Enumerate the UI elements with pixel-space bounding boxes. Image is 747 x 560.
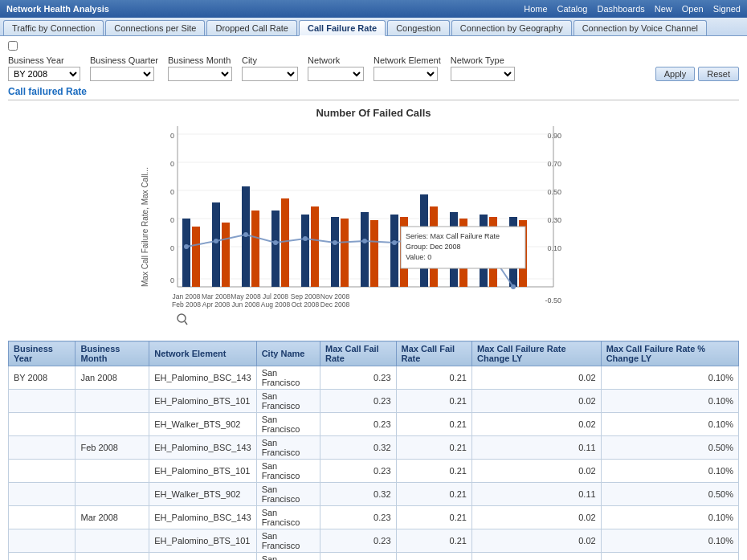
svg-rect-33 (361, 212, 369, 287)
col-header-max-call-failure-pct-change-ly: Max Call Failure Rate % Change LY (601, 341, 738, 366)
page-tabs: Traffic by Connection Connections per Si… (0, 18, 747, 36)
svg-text:Series: Max Call Failure Rate: Series: Max Call Failure Rate (406, 232, 500, 240)
svg-point-47 (243, 232, 248, 237)
svg-rect-26 (251, 211, 259, 287)
nav-home[interactable]: Home (524, 4, 547, 14)
svg-rect-29 (301, 215, 309, 287)
svg-text:0: 0 (170, 160, 174, 168)
table-row: Mar 2008EH_Palomino_BSC_143San Francisco… (9, 506, 739, 529)
svg-text:Group: Dec 2008: Group: Dec 2008 (406, 243, 461, 251)
svg-text:Jun 2008: Jun 2008 (232, 300, 260, 309)
chart-wrapper: Number Of Failed Calls Max Call Failure … (141, 107, 606, 333)
col-header-city-name: City Name (256, 341, 320, 366)
svg-text:Value: 0: Value: 0 (406, 253, 431, 261)
reset-button[interactable]: Reset (698, 67, 739, 81)
svg-rect-32 (341, 219, 349, 287)
nav-open[interactable]: Open (682, 4, 704, 14)
filter-network: Network (308, 55, 364, 81)
table-row: EH_Walker_BTS_902San Francisco0.230.210.… (9, 553, 739, 561)
svg-text:0: 0 (170, 276, 174, 284)
network-type-select[interactable] (451, 67, 515, 81)
tab-connection-by-voice-channel[interactable]: Connection by Voice Channel (574, 20, 707, 35)
business-year-label: Business Year (8, 55, 80, 65)
svg-text:Apr 2008: Apr 2008 (202, 300, 231, 309)
chart-title: Number Of Failed Calls (141, 107, 606, 119)
col-header-business-month: Business Month (76, 341, 149, 366)
tab-traffic-by-connection[interactable]: Traffic by Connection (3, 20, 104, 35)
network-element-select[interactable] (374, 67, 438, 81)
svg-text:Oct 2008: Oct 2008 (292, 300, 320, 309)
filters-row: Business Year BY 2008 Business Quarter B… (8, 55, 739, 81)
svg-text:Jan 2008: Jan 2008 (173, 292, 201, 300)
svg-text:Nov 2008: Nov 2008 (320, 292, 350, 300)
svg-point-69 (178, 314, 186, 322)
section-checkbox[interactable] (8, 41, 18, 51)
table-row: EH_Palomino_BTS_101San Francisco0.230.21… (9, 460, 739, 483)
svg-rect-24 (222, 223, 230, 287)
network-element-label: Network Element (374, 55, 441, 65)
tab-connection-by-geography[interactable]: Connection by Geography (451, 20, 572, 35)
chart-svg: 0.90 0.70 0.50 0.30 0.10 -0.50 0 0 0 0 0… (152, 122, 569, 331)
app-title: Network Health Analysis (6, 4, 109, 14)
svg-text:0.10: 0.10 (547, 244, 561, 252)
table-row: EH_Walker_BTS_902San Francisco0.320.210.… (9, 483, 739, 506)
filter-business-year: Business Year BY 2008 (8, 55, 80, 81)
col-header-max-call-failure-change-ly: Max Call Failure Rate Change LY (471, 341, 601, 366)
nav-new[interactable]: New (655, 4, 672, 14)
svg-text:Sep 2008: Sep 2008 (291, 292, 320, 300)
business-year-select[interactable]: BY 2008 (8, 67, 80, 81)
table-row: BY 2008Jan 2008EH_Palomino_BSC_143San Fr… (9, 366, 739, 390)
svg-text:-0.50: -0.50 (545, 296, 561, 305)
tab-connections-per-site[interactable]: Connections per Site (105, 20, 205, 35)
svg-rect-30 (311, 206, 319, 287)
chart-area: Max Call Failure Rate, Max Call... 0.90 … (141, 122, 606, 333)
svg-rect-35 (390, 215, 398, 287)
tab-dropped-call-rate[interactable]: Dropped Call Rate (206, 20, 297, 35)
chart-inner: 0.90 0.70 0.50 0.30 0.10 -0.50 0 0 0 0 0… (152, 122, 606, 333)
business-month-select[interactable] (168, 67, 232, 81)
svg-line-70 (185, 321, 187, 325)
svg-text:0: 0 (170, 216, 174, 224)
city-label: City (242, 55, 298, 65)
col-header-business-year: Business Year (9, 341, 76, 366)
svg-rect-22 (192, 227, 200, 287)
svg-text:May 2008: May 2008 (231, 292, 261, 300)
svg-rect-27 (271, 211, 280, 287)
data-table-container: Business Year Business Month Network Ele… (8, 341, 739, 560)
apply-button[interactable]: Apply (655, 67, 696, 81)
checkbox-row (8, 41, 739, 51)
section-title: Call failured Rate (8, 86, 739, 100)
svg-text:Mar 2008: Mar 2008 (202, 292, 231, 300)
filter-business-quarter: Business Quarter (90, 55, 158, 81)
col-header-max-call-fail-rate-1: Max Call Fail Rate (320, 341, 396, 366)
nav-catalog[interactable]: Catalog (557, 4, 588, 14)
svg-text:0.90: 0.90 (547, 132, 561, 140)
svg-text:0: 0 (170, 132, 174, 140)
svg-point-50 (333, 240, 337, 245)
svg-point-51 (362, 239, 367, 243)
svg-rect-34 (370, 220, 378, 287)
filter-buttons: Apply Reset (655, 67, 739, 81)
nav-dashboards[interactable]: Dashboards (597, 4, 644, 14)
svg-rect-23 (212, 202, 220, 287)
chart-container: Number Of Failed Calls Max Call Failure … (8, 107, 739, 333)
table-row: EH_Palomino_BTS_101San Francisco0.230.21… (9, 529, 739, 553)
network-select[interactable] (308, 67, 364, 81)
city-select[interactable] (242, 67, 298, 81)
table-row: EH_Walker_BTS_902San Francisco0.230.210.… (9, 413, 739, 436)
svg-point-56 (511, 284, 516, 289)
col-header-max-call-fail-rate-2: Max Call Fail Rate (396, 341, 471, 366)
network-label: Network (308, 55, 364, 65)
tab-call-failure-rate[interactable]: Call Failure Rate (299, 20, 386, 36)
svg-point-49 (303, 236, 308, 241)
svg-rect-28 (281, 198, 289, 287)
svg-text:Jul 2008: Jul 2008 (263, 292, 288, 300)
svg-point-45 (184, 244, 189, 249)
nav-signed[interactable]: Signed (713, 4, 741, 14)
main-content: Business Year BY 2008 Business Quarter B… (0, 36, 747, 560)
svg-text:0: 0 (170, 244, 174, 252)
network-type-label: Network Type (451, 55, 515, 65)
tab-congestion[interactable]: Congestion (387, 20, 450, 35)
svg-rect-31 (331, 217, 339, 287)
business-quarter-select[interactable] (90, 67, 154, 81)
